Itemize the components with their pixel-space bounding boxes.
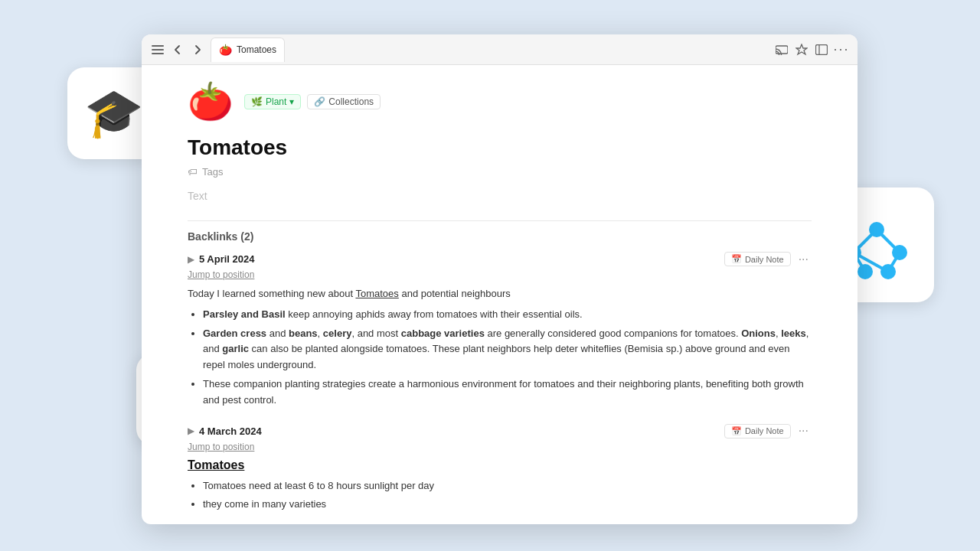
cast-icon[interactable] [775,43,789,57]
backlink-title-left-1: ▶ 5 April 2024 [188,253,255,265]
bullet-item-1-1: Parsley and Basil keep annoying aphids a… [203,307,812,323]
page-badges: 🌿 Plant ▾ 🔗 Collections [244,94,381,109]
bullet-item-1-2: Garden cress and beans, celery, and most… [203,326,812,373]
page-title: Tomatoes [188,135,812,160]
browser-tab[interactable]: 🍅 Tomatoes [211,37,285,62]
daily-note-label-2: Daily Note [745,426,784,435]
divider [188,220,812,221]
svg-line-6 [877,230,900,253]
toolbar-right-icons: ··· [775,43,848,57]
more-button-1[interactable]: ··· [795,253,812,266]
jump-link-2[interactable]: Jump to position [188,442,812,452]
svg-rect-15 [152,53,164,54]
backlink-entry-1: ▶ 5 April 2024 📅 Daily Note ··· Jump to … [188,252,812,409]
browser-window: 🍅 Tomatoes ··· 🍅 🌿 [142,34,858,524]
svg-rect-14 [152,49,164,51]
tab-label: Tomatoes [237,44,276,55]
tags-label: Tags [202,166,223,178]
plant-icon: 🌿 [251,96,263,107]
star-icon[interactable] [795,43,808,57]
bullet-list-1: Parsley and Basil keep annoying aphids a… [188,307,812,409]
browser-toolbar: 🍅 Tomatoes ··· [142,34,858,65]
expand-arrow-1[interactable]: ▶ [188,254,194,265]
tags-row: 🏷 Tags [188,166,812,178]
text-placeholder[interactable]: Text [188,190,812,202]
forward-icon[interactable] [191,43,204,57]
back-icon[interactable] [171,43,185,57]
backlinks-header: Backlinks (2) [188,230,812,243]
daily-note-icon-2: 📅 [731,426,742,436]
backlink-date-2: 4 March 2024 [199,425,262,437]
bullet-list-2: Tomatoes need at least 6 to 8 hours sunl… [188,478,812,514]
svg-rect-18 [816,44,828,54]
backlink-right-1: 📅 Daily Note ··· [724,252,812,266]
page-emoji: 🍅 [188,80,234,123]
bullet-item-1-3: These companion planting strategies crea… [203,377,812,409]
svg-marker-17 [796,44,807,54]
page-header: 🍅 🌿 Plant ▾ 🔗 Collections [188,80,812,123]
backlink-title-row-2: ▶ 4 March 2024 📅 Daily Note ··· [188,424,812,439]
collections-badge[interactable]: 🔗 Collections [307,94,381,109]
more-button-2[interactable]: ··· [795,424,812,438]
bullet-item-2-1: Tomatoes need at least 6 to 8 hours sunl… [203,478,812,494]
sidebar-icon[interactable] [815,43,828,57]
menu-icon[interactable] [151,43,165,57]
backlink-intro-1: Today I learned something new about Toma… [188,286,812,302]
backlink-subtitle-2: Tomatoes [188,458,812,472]
jump-link-1[interactable]: Jump to position [188,269,812,280]
backlink-title-left-2: ▶ 4 March 2024 [188,425,262,437]
svg-rect-13 [152,45,164,47]
daily-note-label-1: Daily Note [745,255,784,264]
daily-note-badge-1[interactable]: 📅 Daily Note [724,252,791,266]
daily-note-icon-1: 📅 [731,254,742,264]
collections-label: Collections [328,96,374,107]
tomatoes-link[interactable]: Tomatoes [355,288,398,299]
bullet-item-2-2: they come in many varieties [203,497,812,513]
expand-arrow-2[interactable]: ▶ [188,425,194,436]
collections-icon: 🔗 [314,96,325,107]
backlink-title-row-1: ▶ 5 April 2024 📅 Daily Note ··· [188,252,812,266]
page-content: 🍅 🌿 Plant ▾ 🔗 Collections Tomatoes 🏷 Tag… [142,65,858,524]
tag-icon: 🏷 [188,166,198,178]
plant-label: Plant [266,96,286,107]
daily-note-badge-2[interactable]: 📅 Daily Note [724,424,791,439]
plant-chevron: ▾ [289,96,294,107]
backlink-date-1: 5 April 2024 [199,253,255,265]
backlink-right-2: 📅 Daily Note ··· [724,424,812,439]
tab-emoji: 🍅 [219,44,232,56]
plant-badge[interactable]: 🌿 Plant ▾ [244,94,301,109]
backlink-entry-2: ▶ 4 March 2024 📅 Daily Note ··· Jump to … [188,424,812,514]
more-options-icon[interactable]: ··· [835,43,848,57]
